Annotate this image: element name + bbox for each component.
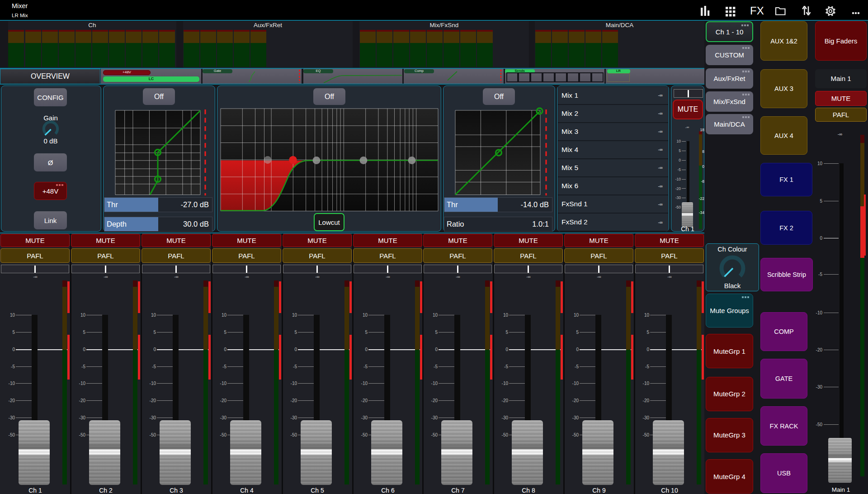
svg-text:FX: FX — [750, 5, 764, 17]
